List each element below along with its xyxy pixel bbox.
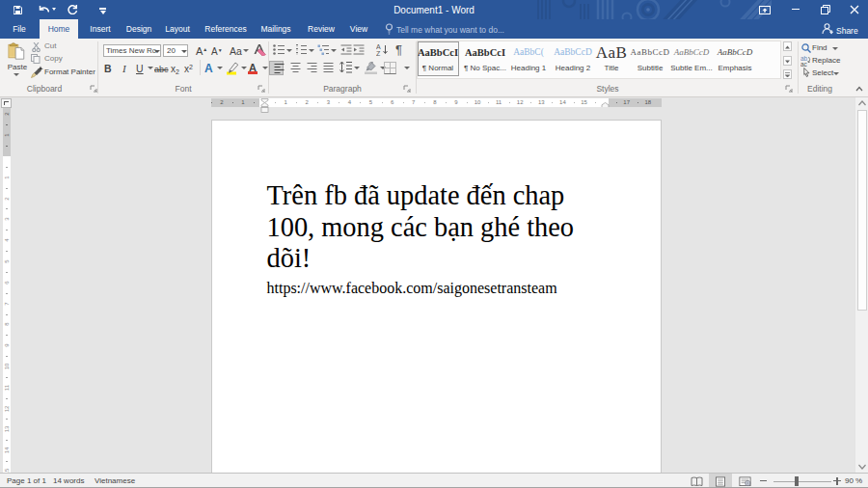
svg-text:ac: ac bbox=[800, 61, 808, 67]
